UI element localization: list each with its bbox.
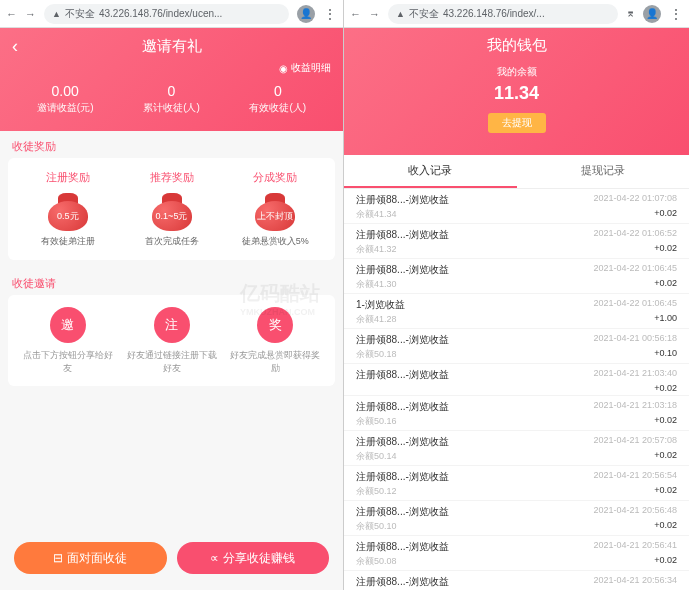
record-amount: +0.02 bbox=[654, 485, 677, 498]
money-bag-icon: 0.5元 bbox=[44, 191, 92, 231]
record-item[interactable]: 注册领88...-浏览收益2021-04-21 20:57:08余额50.14+… bbox=[344, 431, 689, 466]
reward-item: 注册奖励0.5元有效徒弟注册 bbox=[16, 170, 120, 248]
page-title: 邀请有礼 bbox=[32, 37, 311, 56]
reward-desc: 有效徒弟注册 bbox=[16, 235, 120, 248]
right-phone: ← → ▲ 不安全 43.226.148.76/index/... ⌆ 👤 ⋮ … bbox=[344, 0, 689, 590]
forward-arrow[interactable]: → bbox=[25, 8, 36, 20]
stat-income: 0.00 邀请收益(元) bbox=[12, 83, 118, 115]
url-text: 43.226.148.76/index/ucen... bbox=[99, 8, 222, 19]
menu-icon[interactable]: ⋮ bbox=[669, 6, 683, 22]
record-sub: 余额50.10 bbox=[356, 520, 397, 533]
record-list: 注册领88...-浏览收益2021-04-22 01:07:08余额41.34+… bbox=[344, 189, 689, 590]
money-bag-icon: 0.1~5元 bbox=[148, 191, 196, 231]
record-time: 2021-04-22 01:06:45 bbox=[593, 298, 677, 312]
insecure-icon: ▲ bbox=[52, 9, 61, 19]
record-title: 注册领88...-浏览收益 bbox=[356, 193, 449, 207]
withdraw-button[interactable]: 去提现 bbox=[488, 113, 546, 133]
tab-income[interactable]: 收入记录 bbox=[344, 155, 517, 188]
scan-icon: ⊟ bbox=[53, 551, 63, 565]
record-sub: 余额50.12 bbox=[356, 485, 397, 498]
record-time: 2021-04-21 20:56:34 bbox=[593, 575, 677, 589]
record-amount: +0.02 bbox=[654, 415, 677, 428]
record-time: 2021-04-21 20:56:48 bbox=[593, 505, 677, 519]
balance-value: 11.34 bbox=[356, 83, 677, 104]
url-text: 43.226.148.76/index/... bbox=[443, 8, 545, 19]
record-sub: 余额41.34 bbox=[356, 208, 397, 221]
url-box[interactable]: ▲ 不安全 43.226.148.76/index/... bbox=[388, 4, 618, 24]
back-arrow[interactable]: ← bbox=[350, 8, 361, 20]
record-item[interactable]: 注册领88...-浏览收益2021-04-21 20:56:41余额50.08+… bbox=[344, 536, 689, 571]
record-item[interactable]: 注册领88...-浏览收益2021-04-22 01:06:52余额41.32+… bbox=[344, 224, 689, 259]
record-sub: 余额50.14 bbox=[356, 450, 397, 463]
stat-valid: 0 有效收徒(人) bbox=[225, 83, 331, 115]
tab-withdraw[interactable]: 提现记录 bbox=[517, 155, 690, 188]
stat-total: 0 累计收徒(人) bbox=[118, 83, 224, 115]
record-item[interactable]: 注册领88...-浏览收益2021-04-21 20:56:34余额50.06+… bbox=[344, 571, 689, 590]
reward-title: 推荐奖励 bbox=[120, 170, 224, 185]
bottom-bar: ⊟ 面对面收徒 ∝ 分享收徒赚钱 bbox=[0, 532, 343, 590]
browser-bar: ← → ▲ 不安全 43.226.148.76/index/ucen... 👤 … bbox=[0, 0, 343, 28]
record-amount: +0.02 bbox=[654, 243, 677, 256]
translate-icon[interactable]: ⌆ bbox=[626, 7, 635, 20]
record-sub: 余额50.18 bbox=[356, 348, 397, 361]
record-title: 注册领88...-浏览收益 bbox=[356, 333, 449, 347]
avatar-icon[interactable]: 👤 bbox=[297, 5, 315, 23]
record-sub: 余额41.30 bbox=[356, 278, 397, 291]
record-sub: 余额41.28 bbox=[356, 313, 397, 326]
record-time: 2021-04-21 20:56:54 bbox=[593, 470, 677, 484]
invite-header: ‹ 邀请有礼 ◉ 收益明细 0.00 邀请收益(元) 0 累计收徒(人) 0 有… bbox=[0, 28, 343, 131]
record-title: 注册领88...-浏览收益 bbox=[356, 368, 449, 382]
record-title: 注册领88...-浏览收益 bbox=[356, 263, 449, 277]
balance-label: 我的余额 bbox=[356, 65, 677, 79]
record-time: 2021-04-22 01:06:45 bbox=[593, 263, 677, 277]
record-amount: +0.02 bbox=[654, 208, 677, 221]
record-item[interactable]: 注册领88...-浏览收益2021-04-21 20:56:48余额50.10+… bbox=[344, 501, 689, 536]
step-desc: 好友完成悬赏即获得奖励 bbox=[227, 349, 323, 374]
reward-desc: 首次完成任务 bbox=[120, 235, 224, 248]
step-circle: 注 bbox=[154, 307, 190, 343]
url-box[interactable]: ▲ 不安全 43.226.148.76/index/ucen... bbox=[44, 4, 289, 24]
reward-item: 分成奖励上不封顶徒弟悬赏收入5% bbox=[223, 170, 327, 248]
invite-step: 注好友通过链接注册下载好友 bbox=[120, 307, 224, 374]
share-icon: ∝ bbox=[210, 551, 219, 565]
record-title: 注册领88...-浏览收益 bbox=[356, 505, 449, 519]
reward-title: 分成奖励 bbox=[223, 170, 327, 185]
back-arrow[interactable]: ← bbox=[6, 8, 17, 20]
face-to-face-button[interactable]: ⊟ 面对面收徒 bbox=[14, 542, 167, 574]
reward-item: 推荐奖励0.1~5元首次完成任务 bbox=[120, 170, 224, 248]
record-amount: +0.02 bbox=[654, 278, 677, 291]
wallet-header: 我的钱包 我的余额 11.34 去提现 bbox=[344, 28, 689, 155]
step-desc: 好友通过链接注册下载好友 bbox=[124, 349, 220, 374]
record-item[interactable]: 注册领88...-浏览收益2021-04-21 00:56:18余额50.18+… bbox=[344, 329, 689, 364]
money-bag-icon: 上不封顶 bbox=[251, 191, 299, 231]
menu-icon[interactable]: ⋮ bbox=[323, 6, 337, 22]
record-item[interactable]: 注册领88...-浏览收益2021-04-21 21:03:18余额50.16+… bbox=[344, 396, 689, 431]
record-item[interactable]: 注册领88...-浏览收益2021-04-22 01:07:08余额41.34+… bbox=[344, 189, 689, 224]
record-amount: +0.02 bbox=[654, 383, 677, 393]
insecure-icon: ▲ bbox=[396, 9, 405, 19]
forward-arrow[interactable]: → bbox=[369, 8, 380, 20]
record-title: 注册领88...-浏览收益 bbox=[356, 435, 449, 449]
share-button[interactable]: ∝ 分享收徒赚钱 bbox=[177, 542, 330, 574]
income-detail-link[interactable]: ◉ 收益明细 bbox=[12, 61, 331, 75]
page-back-icon[interactable]: ‹ bbox=[12, 36, 32, 57]
page-title: 我的钱包 bbox=[376, 36, 657, 55]
record-time: 2021-04-21 21:03:40 bbox=[593, 368, 677, 382]
record-sub: 余额50.08 bbox=[356, 555, 397, 568]
record-title: 1-浏览收益 bbox=[356, 298, 405, 312]
invite-card: 邀点击下方按钮分享给好友注好友通过链接注册下载好友奖好友完成悬赏即获得奖励 bbox=[8, 295, 335, 386]
record-title: 注册领88...-浏览收益 bbox=[356, 400, 449, 414]
insecure-label: 不安全 bbox=[65, 7, 95, 21]
record-item[interactable]: 注册领88...-浏览收益2021-04-22 01:06:45余额41.30+… bbox=[344, 259, 689, 294]
invite-step: 邀点击下方按钮分享给好友 bbox=[16, 307, 120, 374]
record-item[interactable]: 1-浏览收益2021-04-22 01:06:45余额41.28+1.00 bbox=[344, 294, 689, 329]
record-item[interactable]: 注册领88...-浏览收益2021-04-21 20:56:54余额50.12+… bbox=[344, 466, 689, 501]
record-item[interactable]: 注册领88...-浏览收益2021-04-21 21:03:40+0.02 bbox=[344, 364, 689, 396]
record-time: 2021-04-21 20:56:41 bbox=[593, 540, 677, 554]
record-sub: 余额41.32 bbox=[356, 243, 397, 256]
avatar-icon[interactable]: 👤 bbox=[643, 5, 661, 23]
record-time: 2021-04-21 00:56:18 bbox=[593, 333, 677, 347]
reward-card: 注册奖励0.5元有效徒弟注册推荐奖励0.1~5元首次完成任务分成奖励上不封顶徒弟… bbox=[8, 158, 335, 260]
detail-icon: ◉ bbox=[279, 63, 288, 74]
wallet-tabs: 收入记录 提现记录 bbox=[344, 155, 689, 189]
